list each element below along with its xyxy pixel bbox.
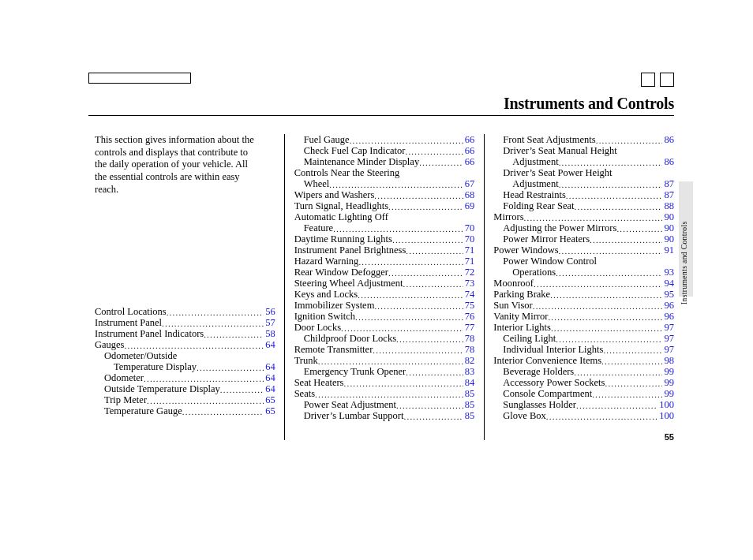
toc-entry[interactable]: Adjusting the Power Mirrors90 — [493, 222, 674, 233]
toc-page-link[interactable]: 70 — [465, 222, 475, 233]
toc-page-link[interactable]: 84 — [465, 377, 475, 388]
toc-page-link[interactable]: 99 — [664, 366, 674, 377]
toc-entry[interactable]: Moonroof94 — [493, 278, 674, 289]
toc-page-link[interactable]: 65 — [265, 405, 275, 416]
toc-page-link[interactable]: 96 — [664, 311, 674, 322]
toc-entry[interactable]: Power Mirror Heaters90 — [493, 233, 674, 245]
toc-page-link[interactable]: 95 — [664, 289, 674, 300]
toc-page-link[interactable]: 99 — [664, 377, 674, 388]
toc-page-link[interactable]: 72 — [465, 267, 475, 278]
toc-page-link[interactable]: 94 — [664, 278, 674, 289]
toc-entry[interactable]: Maintenance Minder Display66 — [294, 156, 475, 167]
toc-page-link[interactable]: 64 — [265, 339, 275, 350]
toc-page-link[interactable]: 66 — [465, 156, 475, 167]
toc-entry[interactable]: Sunglasses Holder100 — [493, 399, 674, 410]
toc-page-link[interactable]: 75 — [465, 300, 475, 311]
toc-entry[interactable]: Glove Box100 — [493, 410, 674, 421]
toc-page-link[interactable]: 64 — [265, 383, 275, 394]
toc-entry[interactable]: Head Restraints87 — [493, 189, 674, 200]
toc-page-link[interactable]: 77 — [465, 322, 475, 333]
toc-entry[interactable]: Power Windows91 — [493, 245, 674, 256]
toc-entry[interactable]: Interior Convenience Items98 — [493, 355, 674, 366]
toc-page-link[interactable]: 58 — [265, 328, 275, 339]
toc-entry[interactable]: Outside Temperature Display64 — [95, 383, 275, 394]
toc-page-link[interactable]: 90 — [664, 222, 674, 233]
toc-page-link[interactable]: 83 — [465, 366, 475, 377]
toc-entry[interactable]: Wipers and Washers68 — [294, 189, 475, 200]
toc-page-link[interactable]: 97 — [664, 322, 674, 333]
toc-page-link[interactable]: 99 — [664, 388, 674, 399]
toc-entry[interactable]: Hazard Warning71 — [294, 256, 475, 267]
toc-page-link[interactable]: 97 — [664, 333, 674, 344]
toc-entry[interactable]: Power Seat Adjustment85 — [294, 399, 475, 410]
toc-page-link[interactable]: 100 — [659, 399, 674, 410]
toc-entry[interactable]: Driver’s Seat Power HeightAdjustment87 — [493, 167, 674, 189]
toc-page-link[interactable]: 64 — [265, 361, 275, 372]
toc-entry[interactable]: Driver’s Seat Manual HeightAdjustment86 — [493, 145, 674, 167]
toc-entry[interactable]: Door Locks77 — [294, 322, 475, 333]
toc-entry[interactable]: Rear Window Defogger72 — [294, 267, 475, 278]
toc-entry[interactable]: Turn Signal, Headlights69 — [294, 200, 475, 211]
toc-page-link[interactable]: 71 — [465, 245, 475, 256]
toc-entry[interactable]: Sun Visor96 — [493, 300, 674, 311]
toc-entry[interactable]: Beverage Holders99 — [493, 366, 674, 377]
toc-entry[interactable]: Power Window ControlOperations93 — [493, 256, 674, 278]
toc-entry[interactable]: Parking Brake95 — [493, 289, 674, 300]
toc-page-link[interactable]: 86 — [664, 134, 674, 145]
toc-page-link[interactable]: 73 — [465, 278, 475, 289]
toc-entry[interactable]: Folding Rear Seat88 — [493, 200, 674, 211]
toc-page-link[interactable]: 91 — [664, 245, 674, 256]
toc-entry[interactable]: Trip Meter65 — [95, 394, 275, 405]
toc-page-link[interactable]: 86 — [664, 156, 674, 167]
toc-entry[interactable]: Instrument Panel57 — [95, 317, 275, 328]
toc-page-link[interactable]: 87 — [664, 189, 674, 200]
toc-entry[interactable]: Odometer/OutsideTemperature Display64 — [95, 350, 275, 372]
toc-page-link[interactable]: 87 — [664, 178, 674, 189]
toc-entry[interactable]: Driver’s Lumbar Support85 — [294, 410, 475, 421]
toc-page-link[interactable]: 100 — [659, 410, 674, 421]
toc-page-link[interactable]: 85 — [465, 399, 475, 410]
toc-page-link[interactable]: 57 — [265, 317, 275, 328]
toc-page-link[interactable]: 96 — [664, 300, 674, 311]
toc-entry[interactable]: Front Seat Adjustments86 — [493, 134, 674, 145]
toc-entry[interactable]: Ignition Switch76 — [294, 311, 475, 322]
toc-entry[interactable]: Trunk82 — [294, 355, 475, 366]
toc-entry[interactable]: Daytime Running Lights70 — [294, 233, 475, 245]
toc-entry[interactable]: Fuel Gauge66 — [294, 134, 475, 145]
toc-entry[interactable]: Childproof Door Locks78 — [294, 333, 475, 344]
toc-page-link[interactable]: 90 — [664, 211, 674, 222]
toc-page-link[interactable]: 67 — [465, 178, 475, 189]
toc-page-link[interactable]: 90 — [664, 233, 674, 245]
toc-page-link[interactable]: 56 — [265, 306, 275, 317]
toc-page-link[interactable]: 68 — [465, 189, 475, 200]
toc-entry[interactable]: Controls Near the SteeringWheel67 — [294, 167, 475, 189]
toc-page-link[interactable]: 88 — [664, 200, 674, 211]
toc-page-link[interactable]: 76 — [465, 311, 475, 322]
toc-page-link[interactable]: 93 — [664, 267, 674, 278]
toc-page-link[interactable]: 66 — [465, 145, 475, 156]
toc-page-link[interactable]: 69 — [465, 200, 475, 211]
toc-page-link[interactable]: 97 — [664, 344, 674, 355]
toc-entry[interactable]: Seats85 — [294, 388, 475, 399]
toc-entry[interactable]: Console Compartment99 — [493, 388, 674, 399]
toc-entry[interactable]: Instrument Panel Indicators58 — [95, 328, 275, 339]
toc-entry[interactable]: Keys and Locks74 — [294, 289, 475, 300]
toc-entry[interactable]: Gauges64 — [95, 339, 275, 350]
toc-entry[interactable]: Ceiling Light97 — [493, 333, 674, 344]
toc-entry[interactable]: Seat Heaters84 — [294, 377, 475, 388]
toc-entry[interactable]: Vanity Mirror96 — [493, 311, 674, 322]
toc-entry[interactable]: Individual Interior Lights97 — [493, 344, 674, 355]
toc-entry[interactable]: Control Locations56 — [95, 306, 275, 317]
toc-page-link[interactable]: 66 — [465, 134, 475, 145]
toc-entry[interactable]: Temperature Gauge65 — [95, 405, 275, 416]
toc-entry[interactable]: Accessory Power Sockets99 — [493, 377, 674, 388]
toc-entry[interactable]: Mirrors90 — [493, 211, 674, 222]
toc-entry[interactable]: Steering Wheel Adjustment73 — [294, 278, 475, 289]
toc-page-link[interactable]: 78 — [465, 333, 475, 344]
toc-page-link[interactable]: 85 — [465, 388, 475, 399]
toc-entry[interactable]: Remote Transmitter78 — [294, 344, 475, 355]
toc-page-link[interactable]: 74 — [465, 289, 475, 300]
toc-entry[interactable]: Odometer64 — [95, 372, 275, 383]
toc-page-link[interactable]: 82 — [465, 355, 475, 366]
toc-page-link[interactable]: 70 — [465, 233, 475, 245]
